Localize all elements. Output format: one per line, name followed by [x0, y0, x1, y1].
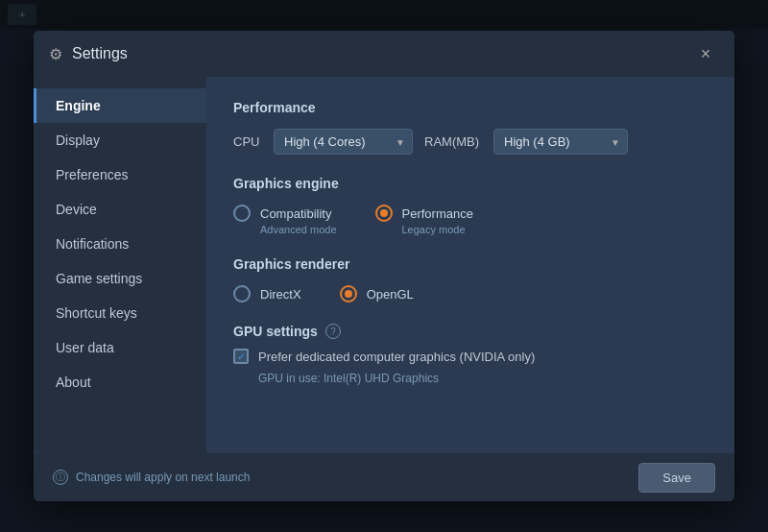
gpu-checkbox[interactable]: [233, 349, 249, 364]
performance-radio[interactable]: [375, 205, 393, 222]
cpu-label: CPU: [233, 134, 262, 149]
sidebar-item-device[interactable]: Device: [34, 192, 206, 227]
sidebar-item-about[interactable]: About: [34, 365, 206, 399]
performance-title: Performance: [233, 100, 708, 115]
ram-label: RAM(MB): [424, 134, 482, 149]
compatibility-label: Compatibility: [260, 206, 331, 221]
dialog-footer: ⓘ Changes will apply on next launch Save: [34, 453, 734, 501]
graphics-renderer-section: Graphics renderer DirectX OpenGL: [233, 256, 708, 302]
gear-icon: ⚙: [49, 45, 62, 63]
sidebar-item-engine[interactable]: Engine: [34, 88, 206, 123]
compatibility-radio[interactable]: [233, 205, 251, 222]
graphics-engine-radio-group: Compatibility Advanced mode Performance …: [233, 205, 708, 235]
ram-select-wrapper: Low (1 GB) Medium (2 GB) High (4 GB) ▼: [493, 129, 628, 155]
graphics-engine-title: Graphics engine: [233, 176, 708, 191]
directx-option[interactable]: DirectX: [233, 285, 301, 302]
graphics-engine-section: Graphics engine Compatibility Advanced m…: [233, 176, 708, 235]
ram-select[interactable]: Low (1 GB) Medium (2 GB) High (4 GB): [493, 129, 628, 155]
sidebar-item-display[interactable]: Display: [34, 123, 206, 157]
gpu-settings-header: GPU settings ?: [233, 324, 708, 339]
footer-info: ⓘ Changes will apply on next launch: [53, 470, 638, 485]
compatibility-sublabel: Advanced mode: [260, 224, 337, 235]
sidebar-item-shortcut-keys[interactable]: Shortcut keys: [34, 296, 206, 330]
cpu-select-wrapper: Low (1 Core) Medium (2 Cores) High (4 Co…: [274, 129, 413, 155]
main-content: Performance CPU Low (1 Core) Medium (2 C…: [206, 77, 734, 453]
gpu-help-icon[interactable]: ?: [325, 324, 341, 339]
performance-section: Performance CPU Low (1 Core) Medium (2 C…: [233, 100, 708, 155]
settings-dialog: ⚙ Settings × Engine Display Preferences …: [34, 31, 734, 501]
graphics-renderer-title: Graphics renderer: [233, 256, 708, 272]
performance-label: Performance: [402, 206, 473, 221]
sidebar-item-game-settings[interactable]: Game settings: [34, 261, 206, 296]
dialog-titlebar: ⚙ Settings ×: [34, 31, 734, 77]
graphics-renderer-radio-group: DirectX OpenGL: [233, 285, 708, 302]
gpu-in-use: GPU in use: Intel(R) UHD Graphics: [258, 372, 708, 385]
gpu-settings-title: GPU settings: [233, 324, 318, 339]
directx-label: DirectX: [260, 287, 301, 302]
opengl-option[interactable]: OpenGL: [340, 285, 414, 302]
dialog-body: Engine Display Preferences Device Notifi…: [34, 77, 734, 453]
opengl-label: OpenGL: [367, 287, 414, 302]
sidebar-item-notifications[interactable]: Notifications: [34, 227, 206, 261]
close-button[interactable]: ×: [692, 40, 719, 67]
gpu-checkbox-row[interactable]: Prefer dedicated computer graphics (NVID…: [233, 349, 708, 364]
dialog-title: Settings: [72, 45, 692, 62]
performance-sublabel: Legacy mode: [402, 224, 473, 235]
sidebar-item-preferences[interactable]: Preferences: [34, 157, 206, 192]
footer-text: Changes will apply on next launch: [76, 471, 250, 484]
info-icon: ⓘ: [53, 470, 68, 485]
cpu-select[interactable]: Low (1 Core) Medium (2 Cores) High (4 Co…: [274, 129, 413, 155]
performance-option[interactable]: Performance Legacy mode: [375, 205, 473, 235]
gpu-checkbox-label: Prefer dedicated computer graphics (NVID…: [258, 350, 535, 364]
gpu-settings-section: GPU settings ? Prefer dedicated computer…: [233, 324, 708, 385]
modal-overlay: ⚙ Settings × Engine Display Preferences …: [0, 0, 768, 532]
sidebar-item-user-data[interactable]: User data: [34, 330, 206, 365]
opengl-radio[interactable]: [340, 285, 357, 302]
compatibility-option[interactable]: Compatibility Advanced mode: [233, 205, 337, 235]
sidebar: Engine Display Preferences Device Notifi…: [34, 77, 206, 453]
performance-row: CPU Low (1 Core) Medium (2 Cores) High (…: [233, 129, 708, 155]
save-button[interactable]: Save: [638, 463, 715, 493]
directx-radio[interactable]: [233, 285, 251, 302]
